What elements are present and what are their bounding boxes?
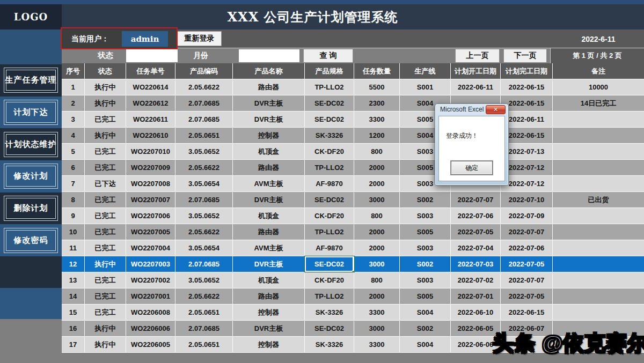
table-cell[interactable]: SE-DC02 xyxy=(305,112,354,127)
table-cell[interactable]: 800 xyxy=(354,208,400,224)
table-cell[interactable]: 15 xyxy=(62,305,85,320)
table-cell[interactable]: 路由器 xyxy=(233,224,305,240)
table-cell[interactable]: 已完工 xyxy=(85,192,126,208)
table-cell[interactable]: S001 xyxy=(400,79,451,95)
table-cell[interactable]: S002 xyxy=(400,321,451,336)
table-cell[interactable]: 1200 xyxy=(354,128,400,143)
table-cell[interactable]: 已完工 xyxy=(85,305,126,320)
table-cell[interactable]: TP-LLO2 xyxy=(305,160,354,175)
table-cell[interactable]: 3300 xyxy=(354,305,400,320)
table-cell[interactable]: WO220610 xyxy=(126,128,175,143)
header-cell[interactable]: 任务单号 xyxy=(126,63,175,79)
table-cell[interactable]: 执行中 xyxy=(85,321,126,336)
prev-page-button[interactable]: 上一页 xyxy=(455,49,500,63)
table-cell[interactable]: SE-DC02 xyxy=(305,192,354,208)
table-cell[interactable]: SE-DC02 xyxy=(305,321,354,336)
table-cell[interactable]: 2000 xyxy=(354,240,400,256)
table-cell[interactable]: 2022-07-06 xyxy=(501,240,553,256)
table-cell[interactable]: SK-3326 xyxy=(305,337,354,352)
table-cell[interactable]: 2022-06-05 xyxy=(451,321,501,336)
table-cell[interactable]: 机顶盒 xyxy=(233,208,305,224)
table-cell[interactable]: SK-3326 xyxy=(305,128,354,143)
header-cell[interactable]: 任务数量 xyxy=(354,63,400,79)
table-cell[interactable]: 3300 xyxy=(354,337,400,352)
table-cell[interactable]: 执行中 xyxy=(85,128,126,143)
header-cell[interactable]: 计划开工日期 xyxy=(451,63,501,79)
table-cell[interactable]: 2.07.0685 xyxy=(175,256,233,272)
table-cell[interactable]: 17 xyxy=(62,337,85,352)
table-cell[interactable]: 800 xyxy=(354,272,400,288)
table-cell[interactable]: WO220611 xyxy=(126,112,175,127)
table-cell[interactable]: 2022-07-06 xyxy=(451,208,501,224)
table-cell[interactable] xyxy=(553,160,644,175)
table-cell[interactable]: 3.05.0654 xyxy=(175,176,233,191)
table-cell[interactable]: 已完工 xyxy=(85,112,126,127)
table-cell[interactable]: 2022-06-15 xyxy=(501,305,553,320)
table-cell[interactable]: WO2207002 xyxy=(126,272,175,288)
table-cell[interactable] xyxy=(553,176,644,191)
table-cell[interactable]: S003 xyxy=(400,208,451,224)
table-cell[interactable]: 12 xyxy=(62,256,85,272)
table-cell[interactable] xyxy=(553,112,644,127)
table-cell[interactable]: S005 xyxy=(400,224,451,240)
table-cell[interactable]: S003 xyxy=(400,240,451,256)
table-cell[interactable]: AF-9870 xyxy=(305,176,354,191)
table-cell[interactable]: AVM主板 xyxy=(233,240,305,256)
table-cell[interactable] xyxy=(553,256,644,272)
table-cell[interactable]: DVR主板 xyxy=(233,112,305,127)
table-cell[interactable]: 已完工 xyxy=(85,240,126,256)
table-cell[interactable]: 2022-06-15 xyxy=(501,79,553,95)
table-cell[interactable]: SE-DC02 xyxy=(305,95,354,111)
table-cell[interactable]: 2.05.0651 xyxy=(175,305,233,320)
table-cell[interactable]: 执行中 xyxy=(85,95,126,111)
table-cell[interactable]: 2.05.0651 xyxy=(175,128,233,143)
selected-cell[interactable]: SE-DC02 xyxy=(305,256,354,272)
table-cell[interactable]: 2.05.6622 xyxy=(175,288,233,304)
table-cell[interactable]: 控制器 xyxy=(233,128,305,143)
sidebar-item-6[interactable]: 修改密码 xyxy=(4,228,58,253)
table-cell[interactable]: 路由器 xyxy=(233,288,305,304)
header-cell[interactable]: 状态 xyxy=(85,63,126,79)
table-cell[interactable]: DVR主板 xyxy=(233,95,305,111)
table-cell[interactable]: 2022-07-10 xyxy=(501,192,553,208)
table-cell[interactable] xyxy=(553,208,644,224)
table-cell[interactable]: 11 xyxy=(62,240,85,256)
table-cell[interactable]: 2.07.0685 xyxy=(175,112,233,127)
table-cell[interactable]: 4 xyxy=(62,128,85,143)
table-cell[interactable]: 已完工 xyxy=(85,160,126,175)
sidebar-item-4[interactable]: 修改计划 xyxy=(4,164,58,189)
table-cell[interactable]: 2022-07-07 xyxy=(501,272,553,288)
table-cell[interactable]: 800 xyxy=(354,144,400,159)
table-cell[interactable]: 20 xyxy=(501,337,553,352)
table-cell[interactable]: TP-LLO2 xyxy=(305,288,354,304)
table-cell[interactable]: 路由器 xyxy=(233,160,305,175)
sidebar-item-3[interactable]: 计划状态维护 xyxy=(4,132,58,157)
table-cell[interactable] xyxy=(553,321,644,336)
table-cell[interactable]: 机顶盒 xyxy=(233,144,305,159)
table-cell[interactable]: DVR主板 xyxy=(233,192,305,208)
table-cell[interactable]: 已完工 xyxy=(85,288,126,304)
table-cell[interactable]: 机顶盒 xyxy=(233,272,305,288)
table-cell[interactable]: CK-DF20 xyxy=(305,144,354,159)
table-cell[interactable]: 控制器 xyxy=(233,305,305,320)
table-cell[interactable] xyxy=(553,305,644,320)
table-cell[interactable]: 2022-07-09 xyxy=(501,208,553,224)
table-cell[interactable]: 5 xyxy=(62,144,85,159)
sidebar-item-5[interactable]: 删除计划 xyxy=(4,196,58,221)
table-cell[interactable] xyxy=(553,224,644,240)
table-cell[interactable]: 1 xyxy=(62,79,85,95)
table-cell[interactable]: 2000 xyxy=(354,176,400,191)
table-cell[interactable] xyxy=(553,337,644,352)
table-cell[interactable]: 3300 xyxy=(354,112,400,127)
table-cell[interactable]: 10 xyxy=(62,224,85,240)
table-cell[interactable]: 已下达 xyxy=(85,176,126,191)
table-cell[interactable]: 2.05.6622 xyxy=(175,224,233,240)
table-cell[interactable]: S004 xyxy=(400,337,451,352)
table-cell[interactable]: CK-DF20 xyxy=(305,272,354,288)
dialog-close-button[interactable]: ✕ xyxy=(486,105,506,114)
table-cell[interactable]: 2.05.0651 xyxy=(175,337,233,352)
table-cell[interactable]: 8 xyxy=(62,192,85,208)
relogin-button[interactable]: 重新登录 xyxy=(177,31,222,46)
table-cell[interactable]: 2022-07-05 xyxy=(501,288,553,304)
table-cell[interactable]: 7 xyxy=(62,176,85,191)
